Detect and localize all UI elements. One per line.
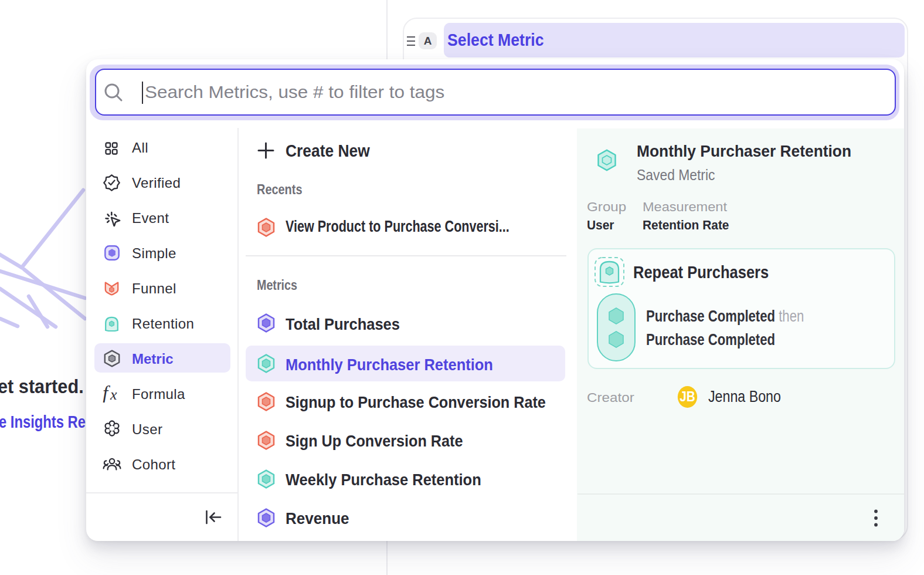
svg-text:f: f [103,385,110,402]
svg-text:x: x [110,386,117,402]
